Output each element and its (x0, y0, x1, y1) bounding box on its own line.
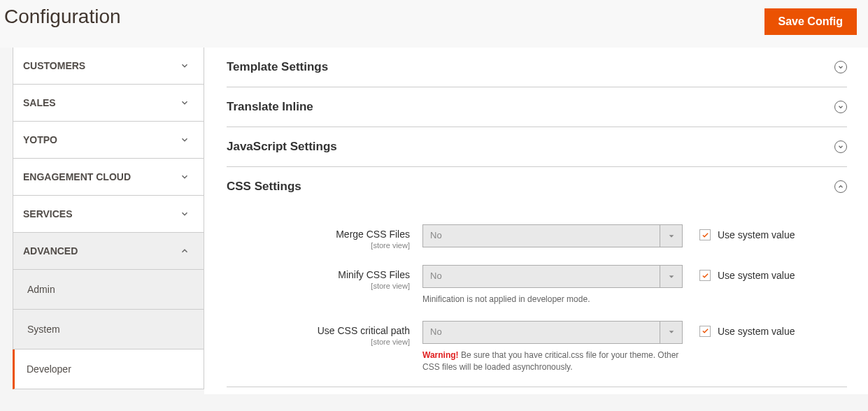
collapse-up-icon (834, 180, 847, 193)
minify-css-select[interactable]: No (422, 265, 683, 288)
section-javascript-settings[interactable]: JavaScript Settings (227, 127, 847, 167)
select-value: No (423, 322, 660, 343)
caret-down-icon (660, 266, 682, 287)
page-title: Configuration (4, 6, 121, 28)
chevron-down-icon (180, 209, 190, 219)
sidebar-subitem-developer[interactable]: Developer (13, 349, 204, 389)
caret-down-icon (660, 322, 682, 343)
css-settings-body: Merge CSS Files [store view] No Use syst… (227, 206, 847, 394)
select-value: No (423, 266, 660, 287)
sidebar-subitem-label: System (27, 324, 60, 335)
section-translate-inline[interactable]: Translate Inline (227, 87, 847, 127)
sidebar-item-label: ADVANCED (23, 245, 78, 257)
caret-down-icon (660, 225, 682, 247)
field-merge-css: Merge CSS Files [store view] No Use syst… (227, 224, 847, 250)
field-label: Minify CSS Files (227, 269, 410, 280)
section-template-settings[interactable]: Template Settings (227, 48, 847, 87)
sidebar-item-label: SERVICES (23, 208, 73, 219)
select-value: No (423, 225, 660, 247)
chevron-down-icon (180, 135, 190, 145)
critical-css-use-system-checkbox[interactable] (699, 326, 711, 337)
sidebar-item-services[interactable]: SERVICES (13, 196, 204, 233)
sidebar-subitem-label: Admin (27, 284, 55, 295)
chevron-up-icon (180, 246, 190, 256)
sidebar-item-yotpo[interactable]: YOTPO (13, 122, 204, 159)
sidebar-item-advanced[interactable]: ADVANCED (13, 233, 204, 270)
merge-css-use-system-checkbox[interactable] (699, 229, 711, 240)
checkbox-label: Use system value (718, 270, 795, 281)
save-config-button[interactable]: Save Config (764, 8, 857, 35)
sidebar-item-label: CUSTOMERS (23, 60, 85, 71)
sidebar-item-sales[interactable]: SALES (13, 85, 204, 122)
expand-down-icon (834, 101, 847, 113)
warning-label: Warning! (422, 350, 459, 360)
sidebar-subitem-admin[interactable]: Admin (13, 270, 204, 310)
sidebar-item-label: SALES (23, 97, 56, 108)
field-css-critical-path: Use CSS critical path [store view] No Wa… (227, 321, 847, 373)
checkbox-label: Use system value (718, 229, 795, 240)
sidebar-item-customers[interactable]: CUSTOMERS (13, 48, 204, 85)
checkbox-label: Use system value (718, 326, 795, 337)
section-title: CSS Settings (227, 180, 301, 194)
sidebar-subitem-system[interactable]: System (13, 310, 204, 349)
chevron-down-icon (180, 98, 190, 108)
sidebar-subitem-label: Developer (27, 363, 71, 375)
field-scope: [store view] (227, 282, 410, 290)
critical-css-select[interactable]: No (422, 321, 683, 344)
section-title: Template Settings (227, 60, 328, 74)
section-title: JavaScript Settings (227, 140, 337, 154)
section-css-settings[interactable]: CSS Settings (227, 167, 847, 206)
warning-text: Be sure that you have critical.css file … (422, 350, 678, 372)
chevron-down-icon (180, 172, 190, 182)
field-label: Use CSS critical path (227, 325, 410, 336)
field-scope: [store view] (227, 241, 410, 250)
field-scope: [store view] (227, 338, 410, 346)
minify-css-use-system-checkbox[interactable] (699, 270, 711, 281)
minify-css-note: Minification is not applied in developer… (422, 294, 683, 305)
page-header: Configuration Save Config (0, 0, 868, 48)
merge-css-select[interactable]: No (422, 224, 683, 247)
section-divider (227, 387, 847, 387)
sidebar-item-engagement-cloud[interactable]: ENGAGEMENT CLOUD (13, 159, 204, 196)
expand-down-icon (834, 61, 847, 73)
chevron-down-icon (180, 61, 190, 71)
main-panel: Template Settings Translate Inline JavaS… (204, 48, 868, 394)
critical-css-note: Warning! Be sure that you have critical.… (422, 349, 683, 373)
config-sidebar: CUSTOMERS SALES YOTPO ENGAGEMENT CLOUD S… (0, 48, 204, 394)
section-title: Translate Inline (227, 100, 313, 114)
field-minify-css: Minify CSS Files [store view] No Minific… (227, 265, 847, 305)
field-label: Merge CSS Files (227, 229, 410, 240)
sidebar-item-label: YOTPO (23, 134, 57, 145)
expand-down-icon (834, 140, 847, 153)
sidebar-item-label: ENGAGEMENT CLOUD (23, 171, 131, 182)
